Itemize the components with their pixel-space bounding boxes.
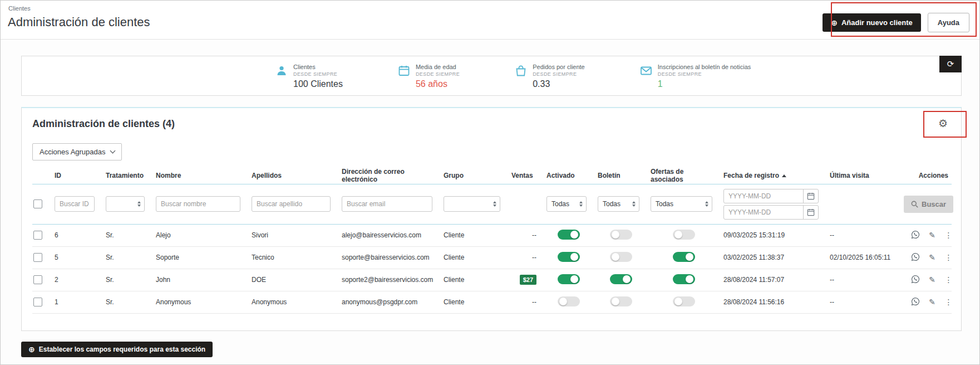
whatsapp-icon[interactable] — [911, 230, 920, 241]
row-checkbox[interactable] — [33, 231, 42, 240]
customers-tbody: 6 Sr. Alejo Sivori alejo@bairesservicios… — [32, 224, 952, 313]
kpi-value: 100 Clientes — [293, 79, 343, 89]
filter-partner-offers-select[interactable]: Todas — [651, 196, 712, 212]
select-arrows-icon — [632, 201, 636, 207]
active-toggle[interactable] — [558, 230, 580, 240]
plus-circle-icon: ⊕ — [831, 19, 838, 27]
row-checkbox[interactable] — [33, 298, 42, 306]
newsletter-toggle[interactable] — [610, 296, 632, 306]
active-toggle[interactable] — [558, 296, 580, 306]
kpi-label: Clientes — [293, 64, 343, 70]
cell-last-visit: -- — [826, 269, 900, 291]
envelope-icon — [639, 64, 653, 77]
partner-offers-toggle[interactable] — [673, 296, 695, 306]
filter-group-select[interactable] — [444, 196, 500, 212]
whatsapp-icon[interactable] — [911, 275, 920, 285]
more-actions-icon[interactable]: ⋮ — [944, 253, 952, 262]
edit-icon[interactable]: ✎ — [929, 275, 935, 284]
kpi-sublabel: DESDE SIEMPRE — [293, 71, 343, 77]
header-actions: ⊕ Añadir nuevo cliente Ayuda — [823, 13, 969, 32]
partner-offers-toggle[interactable] — [673, 230, 695, 240]
cell-email: soporte2@bairesservicios.com — [338, 269, 440, 291]
select-arrows-icon — [579, 201, 583, 207]
customers-panel: Administración de clientes (4) ⚙ Accione… — [21, 107, 962, 331]
bulk-actions-button[interactable]: Acciones Agrupadas — [32, 143, 122, 160]
chevron-down-icon — [110, 148, 115, 154]
more-actions-icon[interactable]: ⋮ — [944, 298, 952, 306]
table-row: 6 Sr. Alejo Sivori alejo@bairesservicios… — [32, 224, 952, 246]
calendar-icon[interactable] — [803, 189, 818, 203]
kpi-orders-per-customer: Pedidos por cliente DESDE SIEMPRE 0.33 — [514, 64, 585, 89]
required-fields-button[interactable]: ⊕ Establecer los campos requeridos para … — [21, 342, 213, 357]
filter-id-input[interactable] — [55, 196, 95, 212]
filter-date-to-input[interactable] — [724, 208, 803, 216]
more-actions-icon[interactable]: ⋮ — [944, 275, 952, 284]
cell-last-visit: -- — [826, 291, 900, 313]
col-partner-offers: Ofertas de asociados — [647, 167, 720, 184]
more-actions-icon[interactable]: ⋮ — [944, 231, 952, 240]
select-all-checkbox[interactable] — [33, 199, 42, 208]
edit-icon[interactable]: ✎ — [929, 298, 935, 306]
active-toggle[interactable] — [558, 274, 580, 284]
kpi-customers: Clientes DESDE SIEMPRE 100 Clientes — [275, 64, 343, 89]
newsletter-toggle[interactable] — [610, 230, 632, 240]
row-checkbox[interactable] — [33, 253, 42, 262]
partner-offers-toggle[interactable] — [673, 252, 695, 262]
cell-group: Cliente — [440, 224, 508, 246]
cell-id: 6 — [51, 224, 102, 246]
col-id: ID — [51, 167, 102, 184]
calendar-icon[interactable] — [803, 206, 818, 219]
cell-last-name: DOE — [248, 269, 338, 291]
cell-last-visit: 02/10/2025 16:05:11 — [826, 246, 900, 269]
select-arrows-icon — [493, 201, 496, 207]
search-button[interactable]: Buscar — [904, 196, 953, 213]
customers-icon — [275, 64, 288, 77]
filter-last-name-input[interactable] — [252, 196, 331, 212]
filter-row: Todas Todas Todas — [32, 184, 952, 224]
kpi-sublabel: DESDE SIEMPRE — [533, 71, 585, 77]
refresh-icon: ⟳ — [947, 59, 954, 69]
kpi-value: 56 años — [416, 79, 460, 89]
col-active: Activado — [543, 167, 594, 184]
whatsapp-icon[interactable] — [911, 252, 920, 263]
customers-table: ID Tratamiento Nombre Apellidos Direcció… — [32, 167, 952, 314]
filter-newsletter-select[interactable]: Todas — [598, 196, 639, 212]
active-toggle[interactable] — [558, 252, 580, 262]
kpi-label: Media de edad — [416, 64, 460, 70]
cell-social-title: Sr. — [102, 291, 152, 313]
refresh-button[interactable]: ⟳ — [939, 56, 962, 72]
col-registration-date[interactable]: Fecha de registro — [720, 167, 826, 184]
newsletter-toggle[interactable] — [610, 274, 632, 284]
cell-registration-date: 09/03/2025 15:31:19 — [720, 224, 826, 246]
filter-active-select[interactable]: Todas — [546, 196, 587, 212]
cell-social-title: Sr. — [102, 269, 152, 291]
page-header: Clientes Administración de clientes ⊕ Añ… — [1, 1, 979, 40]
edit-icon[interactable]: ✎ — [929, 253, 935, 262]
edit-icon[interactable]: ✎ — [929, 231, 935, 240]
cell-last-name: Sivori — [248, 224, 338, 246]
cell-registration-date: 28/08/2024 11:57:07 — [720, 269, 826, 291]
col-social-title: Tratamiento — [102, 167, 152, 184]
newsletter-toggle[interactable] — [610, 252, 632, 262]
filter-sales-empty — [508, 184, 543, 224]
whatsapp-icon[interactable] — [911, 297, 920, 308]
filter-email-input[interactable] — [342, 196, 432, 212]
add-new-client-button[interactable]: ⊕ Añadir nuevo cliente — [823, 13, 921, 32]
col-first-name: Nombre — [152, 167, 248, 184]
help-button[interactable]: Ayuda — [928, 13, 969, 32]
page-title: Administración de clientes — [8, 15, 150, 30]
cell-first-name: John — [152, 269, 248, 291]
partner-offers-toggle[interactable] — [673, 274, 695, 284]
cell-email: alejo@bairesservicios.com — [338, 224, 440, 246]
filter-first-name-input[interactable] — [156, 196, 240, 212]
filter-social-title-select[interactable] — [106, 196, 145, 212]
kpi-value: 1 — [658, 79, 751, 89]
gear-icon[interactable]: ⚙ — [938, 118, 948, 129]
cell-last-name: Anonymous — [248, 291, 338, 313]
kpi-sublabel: DESDE SIEMPRE — [658, 71, 751, 77]
row-checkbox[interactable] — [33, 275, 42, 284]
bulk-actions-label: Acciones Agrupadas — [40, 148, 106, 156]
filter-date-from-input[interactable] — [724, 192, 803, 200]
kpi-average-age: Media de edad DESDE SIEMPRE 56 años — [397, 64, 460, 89]
search-icon — [911, 201, 918, 208]
